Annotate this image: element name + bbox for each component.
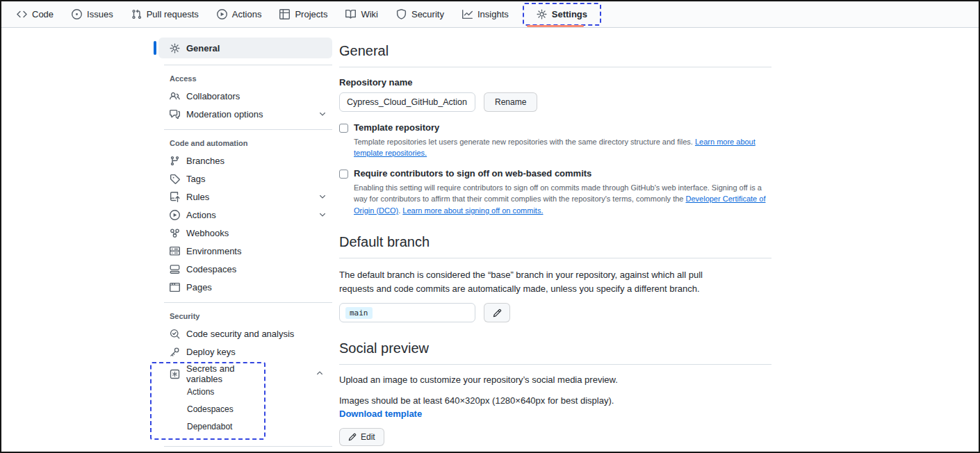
sidebar-item-code-security-and-analysis[interactable]: Code security and analysis [158, 324, 332, 343]
browser-icon [170, 282, 180, 293]
nav-tab-actions[interactable]: Actions [211, 5, 268, 24]
sidebar-item-environments[interactable]: Environments [158, 242, 332, 260]
people-icon [170, 91, 180, 101]
sidebar-section-code-and-automation: Code and automation [158, 136, 332, 151]
server-icon [170, 246, 180, 256]
sidebar-item-label: General [186, 43, 327, 53]
sidebar-item-tags[interactable]: Tags [158, 170, 332, 188]
template-repository-checkbox[interactable] [339, 124, 348, 133]
nav-tab-label: Wiki [361, 9, 378, 19]
pencil-icon [348, 433, 357, 441]
tag-icon [170, 174, 180, 184]
inline-link[interactable]: Learn more about signing off on commits. [402, 206, 543, 215]
screenshot-frame: Code Issues Pull requests Actions Projec… [0, 0, 980, 453]
sidebar-subitem-codespaces[interactable]: Codespaces [158, 400, 264, 418]
play-icon [217, 9, 227, 19]
sidebar-item-general[interactable]: General [158, 38, 332, 58]
sidebar-item-collaborators[interactable]: Collaborators [158, 87, 332, 105]
webhook-icon [170, 228, 180, 238]
sidebar-item-label: Branches [186, 156, 327, 166]
chevron-down-icon [318, 211, 327, 219]
sidebar-item-pages[interactable]: Pages [158, 278, 332, 296]
nav-tab-label: Projects [295, 9, 327, 19]
sidebar-item-rules[interactable]: Rules [158, 188, 332, 206]
nav-tab-code[interactable]: Code [11, 5, 59, 24]
sidebar-item-label: Webhooks [186, 228, 327, 238]
chevron-up-icon [316, 369, 324, 377]
signoff-note: Enabling this setting will require contr… [354, 182, 771, 217]
codescan-icon [170, 329, 180, 339]
table-icon [279, 9, 290, 19]
sidebar-item-label: Deploy keys [186, 347, 327, 357]
graph-icon [462, 9, 473, 19]
settings-main: General Repository name Rename Template … [339, 42, 771, 453]
sidebar-subitem-label: Dependabot [187, 422, 232, 431]
sidebar-item-label: Code security and analysis [186, 329, 327, 339]
note-text: Template repositories let users generate… [354, 138, 695, 146]
social-preview-size-hint: Images should be at least 640×320px (128… [339, 394, 728, 408]
sidebar-divider [164, 302, 332, 303]
default-branch-description: The default branch is considered the “ba… [339, 268, 728, 295]
repo-push-icon [170, 192, 180, 202]
sidebar-item-label: Secrets and variables [186, 363, 259, 384]
shield-icon [396, 9, 407, 19]
signoff-checkbox[interactable] [339, 170, 348, 179]
sidebar-item-label: Tags [186, 174, 327, 184]
sidebar-subitem-label: Codespaces [187, 404, 234, 414]
repository-name-label: Repository name [339, 77, 771, 88]
settings-tab-annotation: Settings [523, 3, 601, 26]
pencil-icon [493, 308, 502, 318]
chevron-down-icon [318, 110, 327, 118]
template-repository-text: Template repository Template repositorie… [354, 122, 771, 159]
nav-tab-label: Insights [477, 9, 509, 19]
sidebar-item-webhooks[interactable]: Webhooks [158, 224, 332, 242]
secrets-and-variables-annotation: Secrets and variables Actions Codespaces… [150, 362, 266, 440]
nav-tab-label: Code [32, 9, 54, 19]
active-tab-underline [527, 25, 584, 27]
play-icon [170, 210, 180, 220]
nav-tab-projects[interactable]: Projects [274, 5, 333, 24]
gear-icon [170, 43, 180, 53]
key-icon [170, 347, 180, 357]
default-branch-section: Default branch The default branch is con… [339, 233, 771, 322]
default-branch-input[interactable]: main [339, 303, 475, 322]
sidebar-item-moderation-options[interactable]: Moderation options [158, 105, 332, 123]
sidebar-item-label: Actions [186, 210, 312, 220]
download-template-link[interactable]: Download template [339, 409, 422, 419]
nav-tab-settings[interactable]: Settings [531, 5, 593, 24]
general-title: General [339, 42, 771, 67]
social-preview-description: Upload an image to customize your reposi… [339, 373, 728, 387]
sidebar-item-label: Collaborators [186, 91, 327, 101]
general-section: General Repository name Rename Template … [339, 42, 771, 216]
codespaces-icon [170, 264, 180, 274]
sidebar-item-codespaces[interactable]: Codespaces [158, 260, 332, 278]
nav-tab-security[interactable]: Security [391, 5, 450, 24]
repository-name-input[interactable] [339, 92, 475, 112]
nav-tab-label: Actions [232, 9, 262, 19]
sidebar-subitem-dependabot[interactable]: Dependabot [158, 418, 264, 435]
sidebar-subitem-actions[interactable]: Actions [158, 383, 264, 400]
sidebar-subitem-label: Actions [187, 387, 214, 397]
nav-tab-insights[interactable]: Insights [457, 5, 514, 24]
sidebar-item-deploy-keys[interactable]: Deploy keys [158, 343, 332, 361]
sidebar-item-actions[interactable]: Actions [158, 206, 332, 224]
nav-tab-pull-requests[interactable]: Pull requests [126, 5, 204, 24]
sidebar-item-branches[interactable]: Branches [158, 151, 332, 170]
rename-button[interactable]: Rename [484, 92, 537, 112]
pull-request-icon [131, 9, 142, 19]
edit-branch-button[interactable] [484, 303, 510, 322]
template-repository-note: Template repositories let users generate… [354, 136, 771, 159]
code-icon [17, 9, 27, 19]
nav-tab-issues[interactable]: Issues [66, 5, 119, 24]
nav-tab-label: Pull requests [147, 9, 199, 19]
book-icon [345, 9, 356, 19]
edit-social-preview-button[interactable]: Edit [339, 428, 384, 446]
sidebar-item-secrets-and-variables[interactable]: Secrets and variables [158, 365, 264, 383]
sidebar-divider [164, 446, 332, 447]
nav-tab-label: Issues [87, 9, 113, 19]
gear-icon [537, 9, 547, 19]
sidebar-item-label: Pages [186, 282, 327, 293]
default-branch-title: Default branch [339, 233, 771, 258]
asterisk-box-icon [170, 369, 180, 379]
nav-tab-wiki[interactable]: Wiki [340, 5, 384, 24]
